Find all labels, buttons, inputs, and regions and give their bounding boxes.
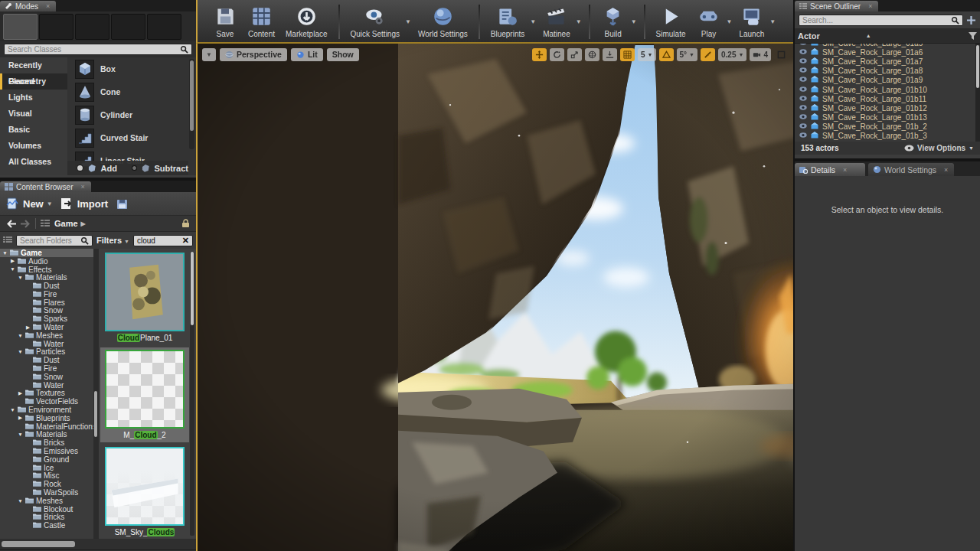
toolbar-button-content[interactable]: Content (243, 5, 279, 40)
tree-folder-materials[interactable]: ▼Materials (0, 273, 98, 282)
tree-folder-meshes[interactable]: ▼Meshes (0, 497, 98, 505)
scrollbar[interactable] (190, 252, 194, 536)
outliner-row[interactable]: SM_Cave_Rock_Large_01a7 (795, 57, 980, 66)
outliner-row[interactable]: SM_Cave_Rock_Large_01b_2 (795, 122, 980, 132)
visibility-eye-icon[interactable] (799, 57, 807, 66)
add-radio[interactable] (77, 165, 83, 171)
asset-tile-m_cloud_2[interactable]: M_Cloud_2 (103, 350, 187, 440)
mode-tab-geometry-mode[interactable] (147, 14, 181, 40)
visibility-eye-icon[interactable] (799, 113, 807, 122)
new-asset-button[interactable]: New ▼ (6, 197, 53, 210)
mode-tab-landscape-mode[interactable] (75, 14, 109, 40)
dropdown-caret-icon[interactable]: ▼ (575, 18, 583, 25)
tree-folder-sparks[interactable]: Sparks (0, 315, 98, 323)
tree-folder-fire[interactable]: Fire (0, 364, 98, 373)
tree-expander-icon[interactable]: ▼ (10, 407, 15, 412)
clear-search-icon[interactable]: ✕ (182, 236, 189, 246)
tree-folder-environment[interactable]: ▼Environment (0, 406, 98, 414)
rotate-tool-button[interactable] (550, 48, 564, 61)
sources-toggle-icon[interactable] (3, 236, 12, 245)
tree-folder-effects[interactable]: ▼Effects (0, 266, 98, 274)
rotation-snap-value[interactable]: 5°▼ (677, 48, 698, 61)
dropdown-caret-icon[interactable]: ▼ (630, 18, 638, 25)
search-folders-input[interactable]: Search Folders (16, 235, 93, 246)
back-icon[interactable] (6, 220, 16, 228)
visibility-eye-icon[interactable] (799, 48, 807, 57)
toolbar-button-build[interactable]: Build (596, 5, 630, 40)
tree-folder-snow[interactable]: Snow (0, 307, 98, 315)
close-icon[interactable]: × (80, 183, 84, 191)
toolbar-button-marketplace[interactable]: Marketplace (281, 5, 332, 40)
asset-search-input[interactable]: cloud ✕ (133, 235, 193, 246)
mode-tab-foliage-mode[interactable] (111, 14, 145, 40)
tree-folder-water[interactable]: ▶Water (0, 323, 98, 331)
toolbar-button-save[interactable]: Save (208, 5, 242, 40)
mode-category-volumes[interactable]: Volumes (0, 138, 67, 154)
scale-tool-button[interactable] (567, 48, 582, 61)
visibility-eye-icon[interactable] (799, 122, 807, 131)
tree-expander-icon[interactable]: ▼ (18, 333, 23, 338)
close-icon[interactable]: × (843, 166, 847, 174)
mode-category-visual[interactable]: Visual (0, 106, 67, 122)
tree-folder-flares[interactable]: Flares (0, 298, 98, 307)
tree-expander-icon[interactable]: ▼ (18, 432, 23, 437)
close-icon[interactable]: × (46, 2, 50, 10)
mode-category-lights[interactable]: Lights (0, 90, 67, 106)
tab-modes[interactable]: Modes × (0, 1, 56, 11)
sort-ascending-icon[interactable]: ▲ (866, 33, 871, 38)
toolbar-button-simulate[interactable]: Simulate (652, 5, 691, 40)
tree-folder-water[interactable]: Water (0, 340, 98, 348)
outliner-row[interactable]: SM_Cave_Rock_Large_01b13 (795, 113, 980, 122)
mode-category-all-classes[interactable]: All Classes (0, 154, 67, 170)
tree-folder-game[interactable]: ▼Game (0, 249, 98, 257)
tree-folder-dust[interactable]: Dust (0, 356, 98, 364)
outliner-row[interactable]: SM_Cave_Rock_Large_01b12 (795, 103, 980, 112)
tree-expander-icon[interactable]: ▶ (18, 415, 23, 421)
close-icon[interactable]: × (944, 166, 948, 174)
path-history-icon[interactable] (41, 220, 50, 227)
mode-category-recently-placed[interactable]: Recently Placed (0, 57, 67, 73)
tree-folder-snow[interactable]: Snow (0, 373, 98, 381)
tree-folder-audio[interactable]: ▶Audio (0, 257, 98, 266)
mode-tab-place-mode[interactable] (3, 14, 38, 40)
lit-mode-button[interactable]: Lit (291, 48, 323, 61)
camera-speed-button[interactable]: 4 (750, 48, 771, 61)
toolbar-button-matinee[interactable]: Matinee (538, 5, 575, 40)
save-all-icon[interactable] (116, 198, 129, 210)
visibility-eye-icon[interactable] (799, 76, 807, 84)
tree-folder-blockout[interactable]: Blockout (0, 505, 98, 514)
perspective-button[interactable]: Perspective (220, 48, 287, 61)
placeable-item[interactable]: Box (67, 57, 196, 80)
tree-expander-icon[interactable]: ▶ (10, 258, 15, 264)
tree-folder-blueprints[interactable]: ▶Blueprints (0, 414, 98, 422)
tree-expander-icon[interactable]: ▼ (2, 250, 8, 256)
tree-expander-icon[interactable]: ▼ (18, 498, 23, 504)
breadcrumb-game[interactable]: Game (54, 219, 78, 228)
tree-folder-materialfunctions[interactable]: MaterialFunctions (0, 422, 98, 431)
visibility-eye-icon[interactable] (799, 67, 807, 75)
forward-icon[interactable] (21, 220, 31, 228)
add-filter-icon[interactable] (966, 15, 976, 25)
import-button[interactable]: Import (60, 197, 108, 210)
tree-folder-particles[interactable]: ▼Particles (0, 348, 98, 357)
tree-folder-vectorfields[interactable]: VectorFields (0, 397, 98, 406)
scrollbar[interactable] (975, 44, 980, 142)
horizontal-scrollbar[interactable] (0, 539, 196, 549)
toolbar-button-play[interactable]: Play (691, 5, 725, 40)
tree-folder-castle[interactable]: Castle (0, 521, 98, 530)
filter-funnel-icon[interactable] (969, 32, 977, 40)
show-menu-button[interactable]: Show (327, 48, 359, 61)
view-options-button[interactable]: View Options ▼ (904, 144, 974, 152)
level-viewport[interactable]: ▼ Perspective Lit Show (196, 44, 793, 551)
tree-expander-icon[interactable]: ▼ (10, 266, 15, 272)
tree-expander-icon[interactable]: ▼ (18, 349, 23, 354)
tab-world-settings[interactable]: World Settings × (868, 163, 954, 176)
outliner-row[interactable]: SM_Cave_Rock_Large_01a8 (795, 67, 980, 76)
tree-folder-ground[interactable]: Ground (0, 455, 98, 464)
mode-tab-paint-mode[interactable] (39, 14, 74, 40)
asset-tile-sm_sky_clouds[interactable]: SM_Sky_Clouds (103, 447, 187, 537)
tab-details[interactable]: Details × (795, 163, 865, 176)
rotation-snap-button[interactable] (659, 48, 674, 61)
outliner-row[interactable]: SM_Cave_Rock_Large_01a6 (795, 47, 980, 57)
viewport-scene[interactable] (198, 44, 793, 551)
